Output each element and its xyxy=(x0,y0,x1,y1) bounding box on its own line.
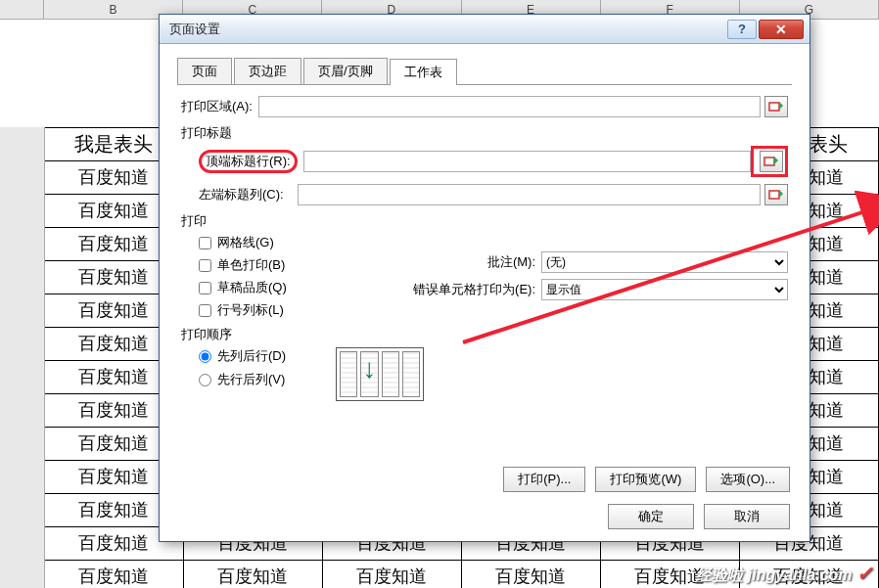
cell[interactable] xyxy=(0,526,44,560)
draft-check-row[interactable]: 草稿品质(Q) xyxy=(199,279,375,296)
cell[interactable] xyxy=(0,360,44,393)
print-area-label: 打印区域(A): xyxy=(181,98,253,115)
cell[interactable]: 百度知道 xyxy=(183,560,322,588)
print-area-ref-button[interactable] xyxy=(764,96,788,117)
cell[interactable] xyxy=(0,127,44,160)
comment-select[interactable]: (无) xyxy=(541,251,788,273)
print-area-input[interactable] xyxy=(258,96,761,117)
cell[interactable] xyxy=(0,260,44,294)
print-button-row: 打印(P)... 打印预览(W) 选项(O)... xyxy=(503,467,790,492)
left-cols-ref-button[interactable] xyxy=(764,184,788,205)
print-section-label: 打印 xyxy=(181,212,788,230)
svg-rect-0 xyxy=(769,103,779,111)
cell[interactable] xyxy=(0,493,44,526)
svg-rect-1 xyxy=(764,158,774,165)
top-rows-label: 顶端标题行(R): xyxy=(199,150,298,173)
tab-page[interactable]: 页面 xyxy=(177,58,232,84)
colrow-radio-row[interactable]: 先列后行(D) xyxy=(199,347,336,365)
mono-checkbox[interactable] xyxy=(199,259,211,272)
tab-margins[interactable]: 页边距 xyxy=(234,58,301,84)
tab-headerfooter[interactable]: 页眉/页脚 xyxy=(303,58,388,84)
rowcol-check-row[interactable]: 行号列标(L) xyxy=(199,301,375,319)
mono-check-row[interactable]: 单色打印(B) xyxy=(199,256,375,274)
rowcol-radio[interactable] xyxy=(199,374,211,386)
gridlines-checkbox[interactable] xyxy=(199,237,211,249)
cancel-button[interactable]: 取消 xyxy=(704,504,790,529)
error-select[interactable]: 显示值 xyxy=(541,279,788,300)
gridlines-check-row[interactable]: 网格线(G) xyxy=(199,234,375,251)
top-rows-input[interactable] xyxy=(303,151,751,172)
dialog-titlebar: 页面设置 xyxy=(160,15,810,44)
draft-checkbox[interactable] xyxy=(199,282,211,294)
tab-content-worksheet: 打印区域(A): 打印标题 顶端标题行(R): xyxy=(177,85,792,401)
close-button[interactable] xyxy=(759,20,804,39)
tab-worksheet[interactable]: 工作表 xyxy=(390,59,457,85)
error-label: 错误单元格打印为(E): xyxy=(375,281,541,298)
print-button[interactable]: 打印(P)... xyxy=(503,467,585,492)
left-cols-input[interactable] xyxy=(298,184,761,205)
cell[interactable]: 百度知道 xyxy=(461,560,600,588)
cell[interactable] xyxy=(0,327,44,360)
page-setup-dialog: 页面设置 页面 页边距 页眉/页脚 工作表 打印区域(A): 打印标题 xyxy=(159,14,810,542)
rowcol-radio-row[interactable]: 先行后列(V) xyxy=(199,371,336,388)
left-cols-label: 左端标题列(C): xyxy=(199,186,284,204)
watermark: 经验啦 jingyanla.com ✓ xyxy=(696,562,873,586)
svg-rect-2 xyxy=(769,191,779,199)
cell[interactable]: 百度知道 xyxy=(44,560,183,588)
cell[interactable] xyxy=(0,393,44,427)
colrow-radio[interactable] xyxy=(199,350,211,363)
ok-cancel-row: 确定 取消 xyxy=(608,504,790,529)
cell[interactable] xyxy=(0,227,44,260)
print-order-illustration: ↓ xyxy=(336,347,424,401)
cell[interactable] xyxy=(0,460,44,493)
cell[interactable] xyxy=(0,294,44,327)
preview-button[interactable]: 打印预览(W) xyxy=(595,467,696,492)
help-button[interactable] xyxy=(727,20,757,39)
rowcol-checkbox[interactable] xyxy=(199,304,211,317)
cell[interactable] xyxy=(0,160,44,194)
dialog-tabs: 页面 页边距 页眉/页脚 工作表 xyxy=(177,58,792,85)
cell[interactable] xyxy=(0,194,44,227)
cell[interactable] xyxy=(0,427,44,460)
dialog-title: 页面设置 xyxy=(169,21,725,38)
ok-button[interactable]: 确定 xyxy=(608,504,694,529)
comment-label: 批注(M): xyxy=(375,253,541,271)
top-rows-ref-button[interactable] xyxy=(760,151,783,172)
print-titles-section-label: 打印标题 xyxy=(181,124,788,142)
options-button[interactable]: 选项(O)... xyxy=(706,467,790,492)
cell[interactable]: 百度知道 xyxy=(322,560,461,588)
print-order-label: 打印顺序 xyxy=(181,326,788,343)
cell[interactable] xyxy=(0,560,44,588)
